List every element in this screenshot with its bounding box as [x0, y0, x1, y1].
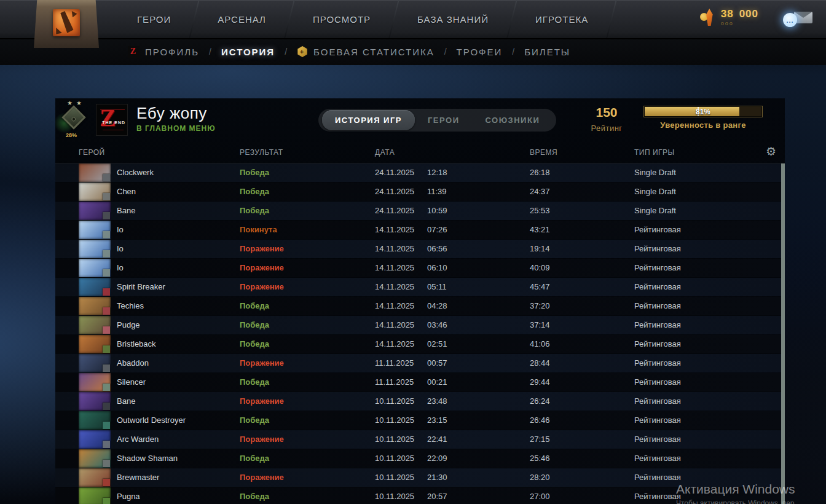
table-row[interactable]: Shadow Shaman Победа 10.11.2025 22:09 25…	[55, 449, 781, 468]
match-date: 14.11.2025	[375, 240, 414, 258]
avatar-decor	[103, 130, 124, 130]
match-duration: 28:20	[530, 468, 550, 487]
hero-name: Pugna	[117, 487, 140, 504]
match-start-time: 05:11	[427, 278, 447, 296]
match-date: 10.11.2025	[375, 487, 414, 504]
column-header-hero: ГЕРОЙ	[79, 148, 105, 157]
avatar-subtext: THE END	[102, 120, 125, 125]
item-badge-icon	[103, 384, 110, 391]
top-nav-item[interactable]: ПРОСМОТР	[290, 14, 393, 25]
hero-name: Shadow Shaman	[117, 449, 178, 468]
item-badge-icon	[103, 174, 110, 181]
top-nav-item[interactable]: АРСЕНАЛ	[195, 14, 289, 25]
shard-currency-icon	[700, 9, 716, 27]
hero-name: Brewmaster	[117, 468, 159, 487]
match-result: Победа	[240, 163, 269, 182]
rating-label: Рейтинг	[578, 124, 635, 133]
match-type: Рейтинговая	[634, 240, 681, 258]
tab-inactive[interactable]: СОЮЗНИКИ	[473, 110, 553, 130]
scrollbar[interactable]	[781, 163, 785, 504]
hero-portrait	[79, 354, 111, 372]
item-badge-icon	[103, 212, 110, 219]
avatar[interactable]: Z THE END	[96, 104, 128, 136]
messages-button[interactable]: ...	[783, 10, 815, 30]
match-type: Рейтинговая	[634, 335, 681, 353]
table-row[interactable]: Outworld Destroyer Победа 10.11.2025 23:…	[55, 411, 781, 430]
match-type: Рейтинговая	[634, 221, 681, 239]
match-duration: 27:00	[530, 487, 550, 504]
hero-name: Io	[117, 221, 124, 239]
rank-medal-icon[interactable]: ★★ 28%	[58, 100, 91, 138]
table-row[interactable]: Clockwerk Победа 24.11.2025 12:18 26:18 …	[55, 163, 781, 182]
table-row[interactable]: Io Покинута 14.11.2025 07:26 43:21 Рейти…	[55, 221, 781, 239]
item-badge-icon	[103, 364, 110, 372]
breadcrumb-item[interactable]: +БОЕВАЯ СТАТИСТИКА	[297, 46, 435, 57]
table-row[interactable]: Chen Победа 24.11.2025 11:39 24:37 Singl…	[55, 183, 781, 201]
match-date: 14.11.2025	[375, 335, 414, 353]
top-nav-item[interactable]: ИГРОТЕКА	[513, 14, 611, 25]
table-row[interactable]: Brewmaster Поражение 10.11.2025 21:30 28…	[55, 468, 781, 487]
hero-name: Io	[117, 240, 124, 258]
hero-portrait	[79, 202, 111, 220]
gear-icon[interactable]: ⚙	[766, 146, 776, 157]
match-start-time: 22:09	[427, 449, 447, 468]
table-row[interactable]: Spirit Breaker Поражение 14.11.2025 05:1…	[55, 278, 781, 296]
dota2-logo-icon	[53, 9, 80, 36]
tab-inactive[interactable]: ГЕРОИ	[415, 110, 473, 130]
tab-active[interactable]: ИСТОРИЯ ИГР	[322, 110, 415, 130]
match-result: Поражение	[240, 392, 284, 411]
table-row[interactable]: Bane Поражение 10.11.2025 23:48 26:24 Ре…	[55, 392, 781, 411]
top-nav-item[interactable]: БАЗА ЗНАНИЙ	[395, 14, 511, 25]
match-start-time: 04:28	[427, 297, 447, 315]
breadcrumb-item[interactable]: БИЛЕТЫ	[524, 47, 570, 57]
table-row[interactable]: Arc Warden Поражение 10.11.2025 22:41 27…	[55, 430, 781, 449]
breadcrumb-separator: /	[444, 47, 447, 57]
item-badge-icon	[103, 231, 110, 238]
match-start-time: 20:57	[427, 487, 447, 504]
hero-portrait	[79, 221, 111, 239]
table-row[interactable]: Silencer Победа 11.11.2025 00:21 29:44 Р…	[55, 373, 781, 392]
breadcrumb-item[interactable]: ZПРОФИЛЬ	[128, 46, 199, 58]
breadcrumb-label: ПРОФИЛЬ	[145, 47, 199, 57]
table-row[interactable]: Pudge Победа 14.11.2025 03:46 37:14 Рейт…	[55, 316, 781, 334]
breadcrumb-label: ИСТОРИЯ	[221, 47, 275, 57]
match-duration: 25:46	[530, 449, 550, 468]
breadcrumb-item[interactable]: ИСТОРИЯ	[221, 47, 275, 57]
breadcrumb-item[interactable]: ТРОФЕИ	[457, 47, 503, 57]
currency-amount: 38000	[721, 9, 758, 19]
currency-display[interactable]: 38000 ooo	[700, 9, 758, 27]
profile-avatar-mini-icon: Z	[128, 46, 140, 58]
profile-tabs: ИСТОРИЯ ИГРГЕРОИСОЮЗНИКИ	[318, 109, 556, 132]
currency-major: 38	[721, 8, 734, 20]
table-row[interactable]: Techies Победа 14.11.2025 04:28 37:20 Ре…	[55, 297, 781, 315]
hero-name: Arc Warden	[117, 430, 159, 449]
match-date: 10.11.2025	[375, 449, 414, 468]
column-header-date: ДАТА	[375, 148, 395, 157]
match-type: Рейтинговая	[634, 392, 681, 411]
match-type: Рейтинговая	[634, 373, 681, 392]
table-row[interactable]: Bane Победа 24.11.2025 10:59 25:53 Singl…	[55, 202, 781, 220]
match-result: Победа	[240, 411, 269, 430]
match-date: 14.11.2025	[375, 278, 414, 296]
hero-name: Techies	[117, 297, 144, 315]
dota-logo-banner[interactable]	[34, 0, 99, 48]
table-row[interactable]: Pugna Победа 10.11.2025 20:57 27:00 Рейт…	[55, 487, 781, 504]
hero-portrait	[79, 411, 111, 430]
table-row[interactable]: Abaddon Поражение 11.11.2025 00:57 28:44…	[55, 354, 781, 372]
breadcrumb-separator: /	[512, 47, 514, 57]
match-start-time: 06:56	[427, 240, 447, 258]
table-row[interactable]: Io Поражение 14.11.2025 06:10 40:09 Рейт…	[55, 259, 781, 277]
table-row[interactable]: Bristleback Победа 14.11.2025 02:51 41:0…	[55, 335, 781, 353]
table-row[interactable]: Io Поражение 14.11.2025 06:56 19:14 Рейт…	[55, 240, 781, 258]
top-nav-item[interactable]: ГЕРОИ	[114, 14, 194, 25]
item-badge-icon	[103, 269, 110, 277]
match-date: 10.11.2025	[375, 468, 414, 487]
player-status: В ГЛАВНОМ МЕНЮ	[136, 124, 216, 133]
profile-sub-nav: ZПРОФИЛЬ/ИСТОРИЯ/+БОЕВАЯ СТАТИСТИКА/ТРОФ…	[0, 38, 826, 65]
top-nav-bar: ГЕРОИАРСЕНАЛПРОСМОТРБАЗА ЗНАНИЙИГРОТЕКА …	[0, 0, 826, 38]
match-start-time: 00:21	[427, 373, 447, 392]
item-badge-icon	[103, 498, 110, 504]
column-header-result: РЕЗУЛЬТАТ	[240, 148, 283, 157]
top-nav-items: ГЕРОИАРСЕНАЛПРОСМОТРБАЗА ЗНАНИЙИГРОТЕКА	[114, 0, 612, 38]
breadcrumb-label: БИЛЕТЫ	[524, 47, 570, 57]
